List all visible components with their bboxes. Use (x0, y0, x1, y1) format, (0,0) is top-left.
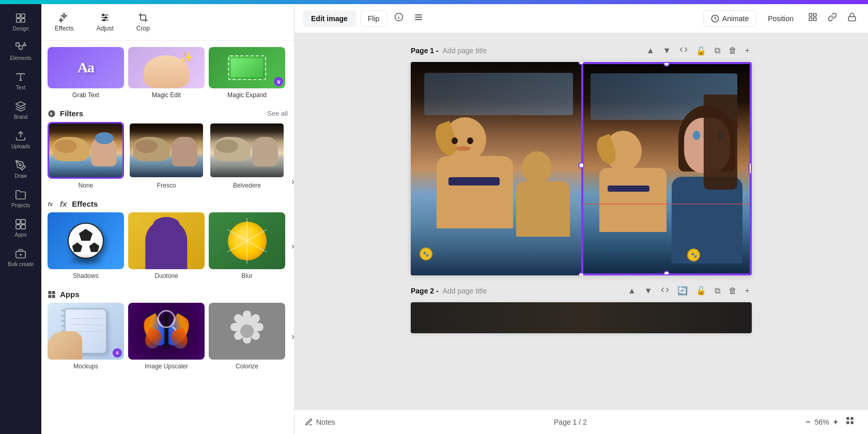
page-down-btn[interactable]: ▼ (661, 43, 673, 58)
grab-text-card[interactable]: Aa Grab Text (48, 47, 124, 99)
apps-grid-icon (48, 290, 56, 299)
page-delete-btn[interactable]: 🗑 (726, 43, 739, 58)
page2-up-btn[interactable]: ▲ (626, 284, 638, 298)
zoom-out-btn[interactable]: − (805, 417, 810, 427)
svg-rect-3 (21, 19, 25, 22)
effects-tool-btn[interactable]: Effects (50, 9, 79, 35)
apps-next-btn[interactable]: › (289, 303, 294, 370)
panel-toolbar: Effects Adjust Crop (41, 4, 294, 41)
apps-cards-row: ♛ Mockups (48, 303, 288, 370)
app-mockups[interactable]: ♛ Mockups (48, 303, 124, 370)
page-up-btn[interactable]: ▲ (644, 43, 657, 58)
magic-edit-thumbnail: ✨ (128, 47, 205, 88)
page-code-btn[interactable] (677, 43, 690, 58)
page-copy-btn[interactable]: ⧉ (712, 43, 722, 58)
flip-button[interactable]: Flip (360, 10, 388, 27)
svg-rect-0 (17, 14, 20, 18)
page-2-canvas[interactable] (411, 302, 752, 333)
canvas-scroll[interactable]: Page 1 - Add page title ▲ ▼ 🔓 (295, 33, 868, 409)
duotone-thumbnail (128, 212, 205, 269)
grab-text-thumbnail: Aa (48, 47, 124, 88)
svg-rect-11 (21, 225, 25, 229)
filter-none[interactable]: None (48, 122, 124, 189)
effects-cards-row: Shadows Duotone (48, 212, 288, 284)
animate-button[interactable]: Animate (703, 10, 756, 27)
crop-tool-btn[interactable]: Crop (131, 9, 155, 35)
svg-point-18 (102, 14, 104, 16)
page2-down-btn[interactable]: ▼ (642, 284, 655, 298)
effects-next-btn[interactable]: › (289, 212, 294, 280)
lock-btn[interactable] (844, 9, 860, 27)
grid-view-btn[interactable] (842, 413, 858, 431)
page2-lock-btn[interactable]: 🔓 (694, 284, 708, 298)
adjust-tool-btn[interactable]: Adjust (91, 9, 118, 35)
page-1-actions: ▲ ▼ 🔓 ⧉ 🗑 + (644, 43, 752, 58)
filter-fresco[interactable]: Fresco (128, 122, 205, 189)
page-2-title: Page 2 - Add page title (411, 287, 487, 295)
bottom-bar: Notes Page 1 / 2 − 56% + (295, 409, 868, 434)
effect-blur[interactable]: Blur (209, 212, 285, 280)
app-colorize[interactable]: Colorize (209, 303, 285, 370)
svg-rect-40 (851, 417, 854, 420)
page2-code-btn[interactable] (659, 284, 671, 298)
zoom-level: 56% (815, 418, 829, 426)
top-gradient-bar (0, 0, 868, 4)
svg-marker-6 (23, 43, 26, 46)
notes-button[interactable]: Notes (305, 418, 335, 426)
filters-see-all[interactable]: See all (267, 110, 288, 117)
page-lock-btn[interactable]: 🔓 (694, 43, 708, 58)
position-button[interactable]: Position (761, 11, 801, 26)
filter-belvedere[interactable]: Belvedere (209, 122, 285, 189)
svg-rect-2 (17, 19, 20, 22)
page2-sync-btn[interactable]: 🔄 (675, 284, 690, 298)
svg-rect-36 (809, 18, 812, 21)
effects-section-header: fx fx Effects (48, 193, 288, 212)
filter-none-thumbnail (48, 122, 124, 179)
canvas-image-grid: 🐾 (411, 62, 752, 275)
magic-expand-card[interactable]: ♛ Magic Expand (209, 47, 285, 99)
colorize-label: Colorize (236, 363, 258, 370)
sidebar-item-apps[interactable]: Apps (2, 214, 39, 242)
page-1-wrapper: Page 1 - Add page title ▲ ▼ 🔓 (411, 43, 752, 275)
page2-copy-btn[interactable]: ⧉ (712, 284, 722, 298)
canvas-header: Edit image Flip (295, 4, 868, 33)
sidebar-item-text[interactable]: Text (2, 67, 39, 95)
menu-button[interactable] (411, 9, 426, 27)
svg-rect-26 (52, 295, 55, 298)
mockups-thumbnail: ♛ (48, 303, 124, 360)
sidebar-item-elements[interactable]: Elements (2, 38, 39, 65)
effect-duotone[interactable]: Duotone (128, 212, 205, 280)
page2-add-btn[interactable]: + (743, 284, 752, 298)
sidebar-item-design[interactable]: Design (2, 8, 39, 36)
svg-rect-39 (846, 417, 849, 420)
handle-bottom-center[interactable] (578, 272, 584, 275)
info-button[interactable] (391, 9, 407, 27)
grid-btn[interactable] (805, 9, 820, 27)
svg-rect-30 (415, 14, 423, 16)
svg-rect-9 (21, 220, 25, 224)
blur-label: Blur (241, 272, 252, 280)
sidebar-item-projects[interactable]: Projects (2, 185, 39, 212)
sidebar-item-draw[interactable]: Draw (2, 156, 39, 183)
svg-rect-35 (814, 13, 816, 16)
sidebar-item-bulk-create[interactable]: Bulk create (2, 244, 39, 271)
sidebar-item-brand[interactable]: Brand (2, 97, 39, 124)
blur-thumbnail (209, 212, 285, 269)
magic-edit-card[interactable]: ✨ Magic Edit (128, 47, 205, 99)
svg-rect-41 (846, 422, 849, 424)
handle-center-left[interactable] (578, 162, 584, 168)
mockups-label: Mockups (73, 363, 98, 370)
page-add-btn[interactable]: + (743, 43, 752, 58)
page2-delete-btn[interactable]: 🗑 (726, 284, 739, 298)
filters-next-btn[interactable]: › (289, 174, 294, 189)
app-image-upscaler[interactable]: Image Upscaler (128, 303, 205, 370)
zoom-in-btn[interactable]: + (833, 417, 838, 427)
page-1-title: Page 1 - Add page title (411, 47, 487, 55)
page-1-canvas[interactable]: 🐾 (411, 62, 752, 275)
sidebar-item-uploads[interactable]: Uploads (2, 126, 39, 153)
magic-expand-thumbnail: ♛ (209, 47, 285, 88)
canvas-left-panel: 🐾 (411, 62, 581, 275)
effect-shadows[interactable]: Shadows (48, 212, 124, 280)
edit-image-button[interactable]: Edit image (303, 10, 356, 27)
link-btn[interactable] (825, 9, 840, 27)
